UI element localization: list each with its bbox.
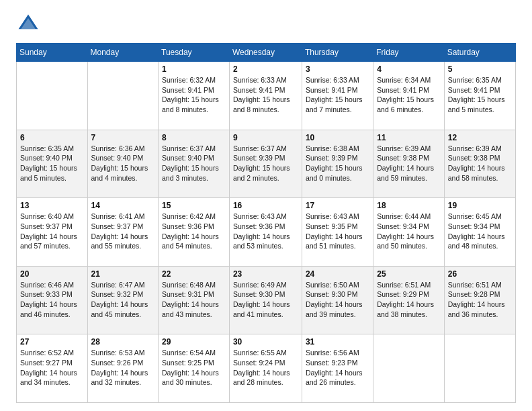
calendar-cell: 3Sunrise: 6:33 AM Sunset: 9:41 PM Daylig… (302, 62, 373, 130)
calendar-cell: 22Sunrise: 6:48 AM Sunset: 9:31 PM Dayli… (159, 266, 230, 334)
day-info: Sunrise: 6:35 AM Sunset: 9:40 PM Dayligh… (20, 144, 84, 183)
logo (16, 12, 44, 36)
day-info: Sunrise: 6:39 AM Sunset: 9:38 PM Dayligh… (377, 144, 441, 183)
day-number: 10 (306, 133, 369, 142)
calendar-cell: 23Sunrise: 6:49 AM Sunset: 9:30 PM Dayli… (229, 266, 302, 334)
day-number: 18 (377, 201, 441, 210)
calendar-cell: 11Sunrise: 6:39 AM Sunset: 9:38 PM Dayli… (373, 130, 445, 198)
day-number: 5 (448, 64, 512, 74)
day-info: Sunrise: 6:39 AM Sunset: 9:38 PM Dayligh… (448, 144, 512, 183)
calendar-cell: 14Sunrise: 6:41 AM Sunset: 9:37 PM Dayli… (87, 198, 159, 267)
calendar-cell (444, 334, 515, 403)
day-info: Sunrise: 6:43 AM Sunset: 9:36 PM Dayligh… (233, 212, 298, 251)
calendar-cell: 13Sunrise: 6:40 AM Sunset: 9:37 PM Dayli… (17, 198, 88, 267)
weekday-header: Saturday (444, 44, 515, 62)
calendar-cell: 29Sunrise: 6:54 AM Sunset: 9:25 PM Dayli… (159, 334, 230, 403)
calendar-cell: 31Sunrise: 6:56 AM Sunset: 9:23 PM Dayli… (302, 334, 373, 403)
weekday-header: Wednesday (229, 44, 302, 62)
calendar-cell: 8Sunrise: 6:37 AM Sunset: 9:40 PM Daylig… (159, 130, 230, 198)
page: SundayMondayTuesdayWednesdayThursdayFrid… (0, 0, 532, 411)
day-number: 6 (20, 133, 84, 142)
day-number: 12 (448, 133, 512, 142)
day-number: 11 (377, 133, 441, 142)
logo-icon (16, 12, 40, 36)
day-info: Sunrise: 6:49 AM Sunset: 9:30 PM Dayligh… (233, 280, 298, 320)
day-info: Sunrise: 6:51 AM Sunset: 9:28 PM Dayligh… (448, 280, 512, 320)
calendar-week-row: 20Sunrise: 6:46 AM Sunset: 9:33 PM Dayli… (17, 266, 516, 334)
calendar-cell: 18Sunrise: 6:44 AM Sunset: 9:34 PM Dayli… (373, 198, 445, 267)
day-info: Sunrise: 6:32 AM Sunset: 9:41 PM Dayligh… (162, 75, 226, 115)
calendar-body: 1Sunrise: 6:32 AM Sunset: 9:41 PM Daylig… (17, 62, 516, 403)
day-info: Sunrise: 6:52 AM Sunset: 9:27 PM Dayligh… (20, 348, 84, 387)
calendar-cell: 10Sunrise: 6:38 AM Sunset: 9:39 PM Dayli… (302, 130, 373, 198)
calendar-cell: 7Sunrise: 6:36 AM Sunset: 9:40 PM Daylig… (87, 130, 159, 198)
day-number: 13 (20, 201, 84, 210)
calendar-cell: 27Sunrise: 6:52 AM Sunset: 9:27 PM Dayli… (17, 334, 88, 403)
day-info: Sunrise: 6:38 AM Sunset: 9:39 PM Dayligh… (306, 144, 369, 183)
day-number: 17 (306, 201, 369, 210)
day-number: 24 (306, 269, 369, 279)
day-number: 16 (233, 201, 298, 210)
day-info: Sunrise: 6:43 AM Sunset: 9:35 PM Dayligh… (306, 212, 369, 251)
day-info: Sunrise: 6:34 AM Sunset: 9:41 PM Dayligh… (377, 75, 441, 115)
weekday-header: Monday (87, 44, 159, 62)
calendar-cell: 28Sunrise: 6:53 AM Sunset: 9:26 PM Dayli… (87, 334, 159, 403)
day-info: Sunrise: 6:55 AM Sunset: 9:24 PM Dayligh… (233, 348, 298, 387)
day-info: Sunrise: 6:54 AM Sunset: 9:25 PM Dayligh… (162, 348, 226, 387)
day-number: 29 (162, 337, 226, 347)
calendar-cell: 24Sunrise: 6:50 AM Sunset: 9:30 PM Dayli… (302, 266, 373, 334)
calendar-cell: 4Sunrise: 6:34 AM Sunset: 9:41 PM Daylig… (373, 62, 445, 130)
day-number: 30 (233, 337, 298, 347)
calendar-cell: 21Sunrise: 6:47 AM Sunset: 9:32 PM Dayli… (87, 266, 159, 334)
calendar-week-row: 6Sunrise: 6:35 AM Sunset: 9:40 PM Daylig… (17, 130, 516, 198)
day-info: Sunrise: 6:42 AM Sunset: 9:36 PM Dayligh… (162, 212, 226, 251)
calendar-cell: 12Sunrise: 6:39 AM Sunset: 9:38 PM Dayli… (444, 130, 515, 198)
calendar-week-row: 27Sunrise: 6:52 AM Sunset: 9:27 PM Dayli… (17, 334, 516, 403)
calendar-header-row: SundayMondayTuesdayWednesdayThursdayFrid… (17, 44, 516, 62)
day-number: 23 (233, 269, 298, 279)
day-info: Sunrise: 6:56 AM Sunset: 9:23 PM Dayligh… (306, 348, 369, 387)
day-number: 2 (233, 64, 298, 74)
day-info: Sunrise: 6:44 AM Sunset: 9:34 PM Dayligh… (377, 212, 441, 251)
day-number: 28 (91, 337, 155, 347)
calendar-cell (87, 62, 159, 130)
day-number: 1 (162, 64, 226, 74)
calendar-cell (17, 62, 88, 130)
day-number: 15 (162, 201, 226, 210)
day-info: Sunrise: 6:40 AM Sunset: 9:37 PM Dayligh… (20, 212, 84, 251)
calendar-cell: 15Sunrise: 6:42 AM Sunset: 9:36 PM Dayli… (159, 198, 230, 267)
calendar-table: SundayMondayTuesdayWednesdayThursdayFrid… (16, 43, 516, 403)
day-number: 7 (91, 133, 155, 142)
day-number: 8 (162, 133, 226, 142)
day-info: Sunrise: 6:50 AM Sunset: 9:30 PM Dayligh… (306, 280, 369, 320)
calendar-cell: 6Sunrise: 6:35 AM Sunset: 9:40 PM Daylig… (17, 130, 88, 198)
day-number: 9 (233, 133, 298, 142)
calendar-cell: 2Sunrise: 6:33 AM Sunset: 9:41 PM Daylig… (229, 62, 302, 130)
day-info: Sunrise: 6:41 AM Sunset: 9:37 PM Dayligh… (91, 212, 155, 251)
day-info: Sunrise: 6:53 AM Sunset: 9:26 PM Dayligh… (91, 348, 155, 387)
weekday-header: Tuesday (159, 44, 230, 62)
day-number: 22 (162, 269, 226, 279)
calendar-cell: 30Sunrise: 6:55 AM Sunset: 9:24 PM Dayli… (229, 334, 302, 403)
calendar-cell: 20Sunrise: 6:46 AM Sunset: 9:33 PM Dayli… (17, 266, 88, 334)
day-number: 4 (377, 64, 441, 74)
day-number: 19 (448, 201, 512, 210)
weekday-header: Sunday (17, 44, 88, 62)
day-number: 31 (306, 337, 369, 347)
calendar-cell: 17Sunrise: 6:43 AM Sunset: 9:35 PM Dayli… (302, 198, 373, 267)
day-info: Sunrise: 6:33 AM Sunset: 9:41 PM Dayligh… (233, 75, 298, 115)
day-number: 21 (91, 269, 155, 279)
day-number: 14 (91, 201, 155, 210)
day-number: 3 (306, 64, 369, 74)
calendar-week-row: 13Sunrise: 6:40 AM Sunset: 9:37 PM Dayli… (17, 198, 516, 267)
calendar-cell: 25Sunrise: 6:51 AM Sunset: 9:29 PM Dayli… (373, 266, 445, 334)
day-number: 25 (377, 269, 441, 279)
weekday-header: Friday (373, 44, 445, 62)
day-info: Sunrise: 6:37 AM Sunset: 9:40 PM Dayligh… (162, 144, 226, 183)
calendar-cell: 26Sunrise: 6:51 AM Sunset: 9:28 PM Dayli… (444, 266, 515, 334)
day-info: Sunrise: 6:51 AM Sunset: 9:29 PM Dayligh… (377, 280, 441, 320)
day-number: 26 (448, 269, 512, 279)
header (16, 12, 516, 36)
day-number: 20 (20, 269, 84, 279)
calendar-cell: 5Sunrise: 6:35 AM Sunset: 9:41 PM Daylig… (444, 62, 515, 130)
